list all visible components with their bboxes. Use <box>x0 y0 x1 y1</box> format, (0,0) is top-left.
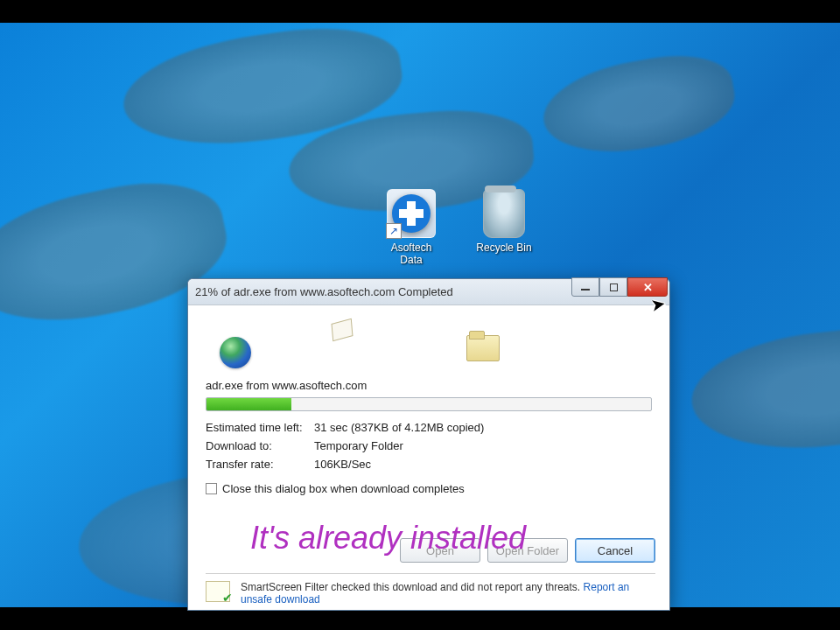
dest-label: Download to: <box>206 437 314 455</box>
checkbox-icon[interactable] <box>206 483 217 494</box>
asoftech-icon: ↗ <box>387 189 436 238</box>
globe-icon <box>220 337 251 368</box>
eta-label: Estimated time left: <box>206 418 314 437</box>
maximize-button[interactable] <box>599 277 627 297</box>
dest-value: Temporary Folder <box>314 437 403 455</box>
flying-page-icon <box>332 318 354 341</box>
download-stats: Estimated time left: 31 sec (837KB of 4.… <box>206 418 652 473</box>
eta-value: 31 sec (837KB of 4.12MB copied) <box>314 418 484 437</box>
download-dialog: 21% of adr.exe from www.asoftech.com Com… <box>187 278 670 611</box>
progress-bar <box>206 397 652 411</box>
folder-icon <box>466 335 500 361</box>
rate-value: 106KB/Sec <box>314 455 371 473</box>
recycle-bin-icon <box>480 189 528 238</box>
smartscreen-icon <box>206 581 230 602</box>
desktop-icon-label: Recycle Bin <box>476 242 531 254</box>
smartscreen-text: SmartScreen Filter checked this download… <box>241 581 580 593</box>
video-caption: It's already installed <box>250 520 526 556</box>
desktop-icon-label: Asoftech Data <box>391 242 432 266</box>
download-animation <box>206 316 652 379</box>
rate-label: Transfer rate: <box>206 455 314 473</box>
smartscreen-notice: SmartScreen Filter checked this download… <box>206 573 655 610</box>
desktop-icons: ↗ Asoftech Data Recycle Bin <box>373 189 542 266</box>
minimize-button[interactable] <box>571 277 599 297</box>
window-title: 21% of adr.exe from www.asoftech.com Com… <box>195 285 453 298</box>
download-source: adr.exe from www.asoftech.com <box>206 379 652 392</box>
titlebar[interactable]: 21% of adr.exe from www.asoftech.com Com… <box>188 279 669 305</box>
close-on-complete-checkbox[interactable]: Close this dialog box when download comp… <box>206 482 652 495</box>
checkbox-label: Close this dialog box when download comp… <box>222 482 465 495</box>
desktop-icon-asoftech[interactable]: ↗ Asoftech Data <box>373 189 450 266</box>
cancel-button[interactable]: Cancel <box>575 538 655 563</box>
progress-fill <box>206 398 291 410</box>
desktop-icon-recycle-bin[interactable]: Recycle Bin <box>466 189 542 266</box>
